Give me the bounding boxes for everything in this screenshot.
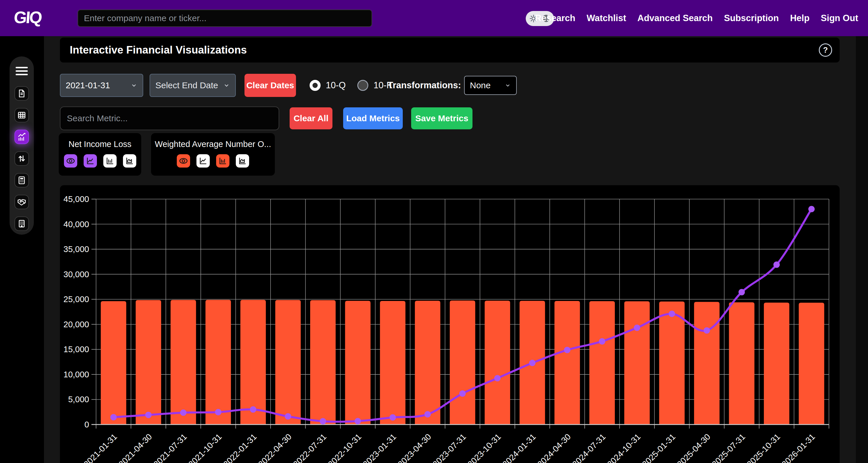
help-button[interactable]: ? <box>819 43 832 57</box>
nav-watchlist[interactable]: Watchlist <box>587 13 626 24</box>
sidebar-item-deals[interactable] <box>14 195 29 209</box>
handshake-icon <box>17 197 27 207</box>
svg-text:2024-04-30: 2024-04-30 <box>535 432 572 463</box>
metric-card-actions <box>64 154 136 167</box>
sidebar-item-calculator[interactable] <box>14 173 29 187</box>
svg-text:35,000: 35,000 <box>63 245 89 254</box>
clear-dates-button[interactable]: Clear Dates <box>245 74 296 97</box>
svg-text:30,000: 30,000 <box>63 270 89 279</box>
combo-chart-icon <box>17 132 26 142</box>
company-search-input[interactable] <box>78 9 372 27</box>
nav-sign-out[interactable]: Sign Out <box>821 13 858 24</box>
top-header: GIQ Research Watchlist Advanced <box>0 0 868 36</box>
financial-combo-chart: 05,00010,00015,00020,00025,00030,00035,0… <box>60 185 840 463</box>
metric-card-net-income-loss: Net Income Loss <box>59 133 141 176</box>
app-logo[interactable]: GIQ <box>13 7 42 27</box>
svg-text:25,000: 25,000 <box>63 295 89 304</box>
end-date-placeholder: Select End Date <box>155 81 218 90</box>
app-root: GIQ Research Watchlist Advanced <box>0 0 868 463</box>
start-date-value: 2021-01-31 <box>66 81 110 90</box>
chevron-down-icon <box>223 82 230 89</box>
table-icon <box>17 111 26 120</box>
svg-text:2024-07-31: 2024-07-31 <box>570 432 608 463</box>
svg-text:2022-04-30: 2022-04-30 <box>256 432 293 463</box>
filing-type-radios: 10-Q 10-K <box>310 74 399 97</box>
svg-text:2022-10-31: 2022-10-31 <box>326 432 363 463</box>
area-chart-icon[interactable] <box>236 154 249 167</box>
bar-chart-icon[interactable] <box>103 154 117 167</box>
svg-text:2024-10-31: 2024-10-31 <box>605 432 642 463</box>
page-title: Interactive Financial Visualizations <box>70 38 247 62</box>
svg-text:2021-10-31: 2021-10-31 <box>187 432 224 463</box>
svg-text:2023-07-31: 2023-07-31 <box>431 432 468 463</box>
eye-icon[interactable] <box>64 154 77 167</box>
svg-text:0: 0 <box>85 420 89 429</box>
bar-chart-icon[interactable] <box>216 154 229 167</box>
metric-card-weighted-average-shares: Weighted Average Number O... <box>151 133 275 176</box>
svg-text:2025-01-31: 2025-01-31 <box>640 432 677 463</box>
sidebar-item-tables[interactable] <box>14 108 29 122</box>
main-nav: Research Watchlist Advanced Search Subsc… <box>535 0 858 36</box>
svg-text:2024-01-31: 2024-01-31 <box>500 432 537 463</box>
menu-icon[interactable] <box>14 65 29 77</box>
transformations-label: Transformations: <box>388 74 461 97</box>
svg-text:2021-07-31: 2021-07-31 <box>152 432 189 463</box>
end-date-select[interactable]: Select End Date <box>150 74 236 97</box>
sidebar-item-companies[interactable] <box>14 216 29 231</box>
sidebar-item-visualizations[interactable] <box>14 130 29 144</box>
load-metrics-button[interactable]: Load Metrics <box>343 107 403 129</box>
chart-panel: 05,00010,00015,00020,00025,00030,00035,0… <box>60 185 840 463</box>
area-chart-icon[interactable] <box>123 154 136 167</box>
line-chart-icon[interactable] <box>84 154 97 167</box>
svg-text:5,000: 5,000 <box>68 395 89 404</box>
metric-card-actions <box>177 154 249 167</box>
nav-help[interactable]: Help <box>790 13 810 24</box>
metric-search-input[interactable] <box>60 106 279 130</box>
nav-research[interactable]: Research <box>535 13 576 24</box>
svg-text:20,000: 20,000 <box>63 320 89 329</box>
eye-icon[interactable] <box>177 154 190 167</box>
nav-subscription[interactable]: Subscription <box>724 13 779 24</box>
page-title-bar: Interactive Financial Visualizations ? <box>60 38 840 62</box>
nav-advanced-search[interactable]: Advanced Search <box>638 13 713 24</box>
sort-arrows-icon <box>17 154 26 163</box>
svg-text:2021-01-31: 2021-01-31 <box>82 432 119 463</box>
sidebar-item-compare[interactable] <box>14 151 29 166</box>
svg-text:40,000: 40,000 <box>63 220 89 229</box>
metric-card-title: Weighted Average Number O... <box>155 140 271 149</box>
svg-text:2026-01-31: 2026-01-31 <box>780 432 817 463</box>
chevron-down-icon <box>505 82 511 89</box>
chevron-down-icon <box>130 82 137 89</box>
transformation-value: None <box>470 81 491 90</box>
scrollbar[interactable] <box>856 36 868 463</box>
svg-text:2022-01-31: 2022-01-31 <box>222 432 259 463</box>
save-metrics-button[interactable]: Save Metrics <box>411 107 472 129</box>
document-icon <box>17 89 26 98</box>
svg-text:45,000: 45,000 <box>63 194 89 204</box>
svg-text:2025-04-30: 2025-04-30 <box>675 432 712 463</box>
svg-text:2023-10-31: 2023-10-31 <box>466 432 503 463</box>
svg-text:2021-04-30: 2021-04-30 <box>117 432 154 463</box>
left-sidebar <box>9 56 34 235</box>
radio-10k[interactable] <box>357 80 368 91</box>
radio-10q[interactable] <box>310 80 320 91</box>
svg-text:2023-04-30: 2023-04-30 <box>396 432 433 463</box>
line-chart-icon[interactable] <box>196 154 210 167</box>
metric-card-title: Net Income Loss <box>69 140 132 149</box>
clear-all-button[interactable]: Clear All <box>290 107 333 129</box>
svg-text:10,000: 10,000 <box>63 370 89 379</box>
svg-text:2023-01-31: 2023-01-31 <box>361 432 398 463</box>
sidebar-item-filings[interactable] <box>14 86 29 101</box>
calculator-icon <box>17 176 26 185</box>
svg-text:2025-07-31: 2025-07-31 <box>710 432 747 463</box>
transformation-select[interactable]: None <box>464 76 517 95</box>
building-icon <box>17 219 26 228</box>
radio-10q-label: 10-Q <box>326 80 346 91</box>
start-date-select[interactable]: 2021-01-31 <box>60 74 143 97</box>
svg-text:2022-07-31: 2022-07-31 <box>291 432 329 463</box>
svg-text:2025-10-31: 2025-10-31 <box>745 432 782 463</box>
svg-text:15,000: 15,000 <box>63 345 89 354</box>
